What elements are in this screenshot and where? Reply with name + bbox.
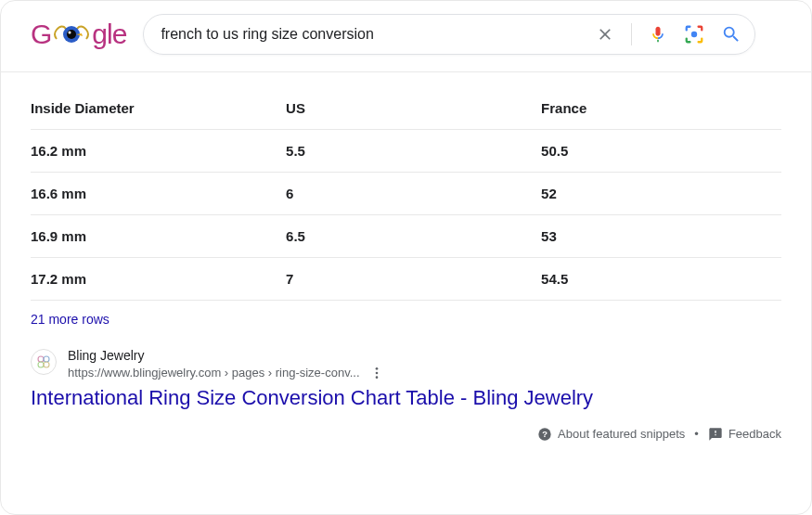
table-header: France	[541, 93, 781, 130]
svg-point-8	[375, 367, 378, 370]
svg-point-2	[69, 32, 71, 34]
svg-point-6	[38, 362, 44, 367]
search-bar[interactable]	[143, 14, 755, 55]
conversion-table: Inside Diameter US France 16.2 mm 5.5 50…	[31, 93, 781, 301]
site-favicon	[31, 349, 57, 375]
table-header: US	[286, 93, 541, 130]
site-name: Bling Jewelry	[68, 347, 781, 366]
result-title-link[interactable]: International Ring Size Conversion Chart…	[31, 386, 781, 410]
clear-icon[interactable]	[596, 25, 614, 44]
separator-dot: •	[694, 427, 699, 441]
result-menu-icon[interactable]	[369, 366, 384, 380]
table-row: 17.2 mm 7 54.5	[31, 258, 781, 301]
search-icon[interactable]	[721, 24, 741, 45]
svg-point-10	[375, 376, 378, 379]
search-input[interactable]	[161, 26, 596, 43]
table-header: Inside Diameter	[31, 93, 286, 130]
logo-letter-e: e	[112, 19, 127, 50]
google-logo[interactable]: G g l e	[31, 19, 126, 50]
doodle-icon	[51, 20, 92, 48]
help-icon: ?	[537, 427, 552, 442]
logo-letter-g: G	[31, 19, 51, 50]
table-row: 16.2 mm 5.5 50.5	[31, 130, 781, 173]
svg-text:?: ?	[542, 430, 548, 439]
lens-search-icon[interactable]	[684, 24, 704, 45]
more-rows-link[interactable]: 21 more rows	[31, 312, 781, 327]
logo-letter-g2: g	[92, 19, 107, 50]
feedback-link[interactable]: Feedback	[708, 427, 781, 442]
table-row: 16.6 mm 6 52	[31, 173, 781, 215]
svg-point-1	[67, 30, 76, 39]
separator	[631, 23, 632, 45]
about-snippets-link[interactable]: ? About featured snippets	[537, 427, 685, 442]
svg-point-7	[44, 362, 49, 367]
voice-search-icon[interactable]	[649, 25, 667, 44]
svg-point-4	[38, 356, 44, 362]
feedback-icon	[708, 427, 723, 442]
svg-point-3	[691, 32, 697, 37]
table-row: 16.9 mm 6.5 53	[31, 215, 781, 258]
svg-point-5	[44, 356, 49, 362]
svg-point-9	[375, 371, 378, 374]
breadcrumb: https://www.blingjewelry.com › pages › r…	[68, 366, 360, 380]
